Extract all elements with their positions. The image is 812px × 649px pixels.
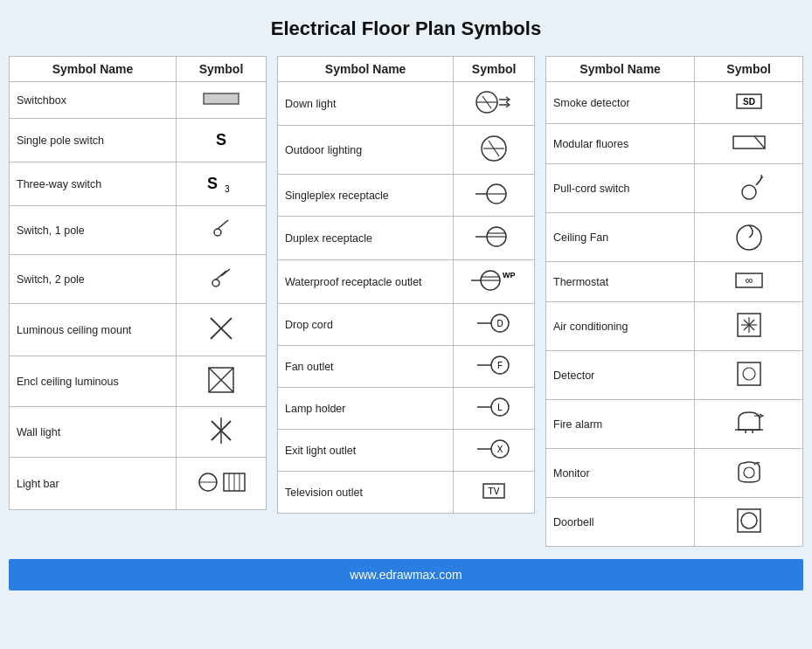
table-row: Monitor bbox=[546, 449, 803, 498]
symbol-waterproof-receptacle: WP bbox=[454, 260, 535, 304]
table-row: Wall light bbox=[10, 407, 267, 458]
symbol-air-conditioning bbox=[695, 302, 803, 351]
table-row: Air conditioning bbox=[546, 302, 803, 351]
table1-header-symbol: Symbol bbox=[176, 57, 266, 82]
table2-header-symbol: Symbol bbox=[454, 57, 535, 82]
table3-header-name: Symbol Name bbox=[546, 57, 695, 82]
symbol-fan-outlet: F bbox=[454, 346, 535, 388]
table-row: Luminous ceiling mount bbox=[10, 304, 267, 356]
table-row: Thermostat ∞ bbox=[546, 262, 803, 302]
table-row: Duplex receptacle bbox=[278, 217, 535, 260]
svg-line-5 bbox=[218, 220, 228, 229]
svg-text:L: L bbox=[497, 403, 503, 412]
row-name: Doorbell bbox=[546, 498, 695, 547]
svg-line-8 bbox=[221, 269, 230, 276]
table-row: Encl ceiling luminous bbox=[10, 356, 267, 407]
table-row: Pull-cord switch bbox=[546, 164, 803, 213]
table-row: Down light bbox=[278, 82, 535, 126]
row-name: Waterproof receptacle outlet bbox=[278, 260, 454, 304]
table-row: Doorbell bbox=[546, 498, 803, 547]
row-name: Air conditioning bbox=[546, 302, 695, 351]
table-row: Detector bbox=[546, 351, 803, 400]
svg-point-79 bbox=[741, 513, 757, 528]
symbol-thermostat: ∞ bbox=[695, 262, 803, 302]
symbol-encl-ceiling-luminous bbox=[176, 356, 266, 407]
symbol-switch-1-pole bbox=[176, 206, 266, 255]
svg-line-60 bbox=[754, 136, 765, 148]
table2-header-name: Symbol Name bbox=[278, 57, 454, 82]
svg-rect-71 bbox=[738, 362, 760, 385]
symbol-television-outlet: TV bbox=[454, 472, 535, 514]
symbol-detector bbox=[695, 351, 803, 400]
row-name: Single pole switch bbox=[10, 119, 177, 162]
table1-header-name: Symbol Name bbox=[10, 57, 177, 82]
table3-header-symbol: Symbol bbox=[695, 57, 803, 82]
table-row: Fan outlet F bbox=[278, 346, 535, 388]
svg-point-72 bbox=[743, 368, 755, 380]
table-row: Television outlet TV bbox=[278, 472, 535, 514]
row-name: Television outlet bbox=[278, 472, 454, 514]
table-row: Switch, 2 pole bbox=[10, 255, 267, 304]
svg-text:F: F bbox=[497, 361, 503, 370]
svg-point-4 bbox=[214, 229, 221, 236]
row-name: Singleplex receptacle bbox=[278, 175, 454, 217]
table-row: Fire alarm bbox=[546, 400, 803, 449]
symbol-smoke-detector: SD bbox=[695, 82, 803, 124]
svg-point-6 bbox=[212, 280, 219, 287]
row-name: Lamp holder bbox=[278, 388, 454, 430]
row-name: Outdoor lighting bbox=[278, 126, 454, 175]
svg-text:D: D bbox=[496, 319, 503, 328]
table-row: Outdoor lighting bbox=[278, 126, 535, 175]
svg-line-62 bbox=[756, 176, 763, 185]
symbol-modular-fluores bbox=[695, 124, 803, 164]
table-row: Three-way switch S 3 bbox=[10, 162, 267, 206]
row-name: Switch, 1 pole bbox=[10, 206, 177, 255]
row-name: Smoke detector bbox=[546, 82, 695, 124]
tables-container: Symbol Name Symbol Switchbox Single pole… bbox=[9, 56, 803, 547]
row-name: Light bar bbox=[10, 458, 177, 510]
table-2: Symbol Name Symbol Down light bbox=[277, 56, 535, 514]
row-name: Switch, 2 pole bbox=[10, 255, 177, 304]
page-title: Electrical Floor Plan Symbols bbox=[271, 17, 541, 40]
symbol-doorbell bbox=[695, 498, 803, 547]
symbol-exit-light-outlet: X bbox=[454, 430, 535, 472]
svg-point-77 bbox=[744, 467, 754, 478]
row-name: Fan outlet bbox=[278, 346, 454, 388]
symbol-switch-2-pole bbox=[176, 255, 266, 304]
table-row: Single pole switch S bbox=[10, 119, 267, 162]
row-name: Exit light outlet bbox=[278, 430, 454, 472]
table-row: Light bar bbox=[10, 458, 267, 510]
table-row: Waterproof receptacle outlet WP bbox=[278, 260, 535, 304]
table-row: Drop cord D bbox=[278, 304, 535, 346]
row-name: Fire alarm bbox=[546, 400, 695, 449]
svg-text:SD: SD bbox=[743, 97, 755, 107]
svg-rect-0 bbox=[204, 93, 239, 104]
table-row: Modular fluores bbox=[546, 124, 803, 164]
svg-text:S: S bbox=[207, 175, 218, 192]
row-name: Encl ceiling luminous bbox=[10, 356, 177, 407]
symbol-wall-light bbox=[176, 407, 266, 458]
symbol-outdoor-lighting bbox=[454, 126, 535, 175]
svg-text:S: S bbox=[216, 131, 226, 148]
svg-text:∞: ∞ bbox=[745, 274, 753, 287]
svg-text:WP: WP bbox=[503, 271, 516, 280]
table-row: Switch, 1 pole bbox=[10, 206, 267, 255]
table-row: Smoke detector SD bbox=[546, 82, 803, 124]
table-row: Singleplex receptacle bbox=[278, 175, 535, 217]
symbol-switchbox bbox=[176, 82, 266, 119]
table-1: Symbol Name Symbol Switchbox Single pole… bbox=[9, 56, 267, 510]
row-name: Luminous ceiling mount bbox=[10, 304, 177, 356]
symbol-lamp-holder: L bbox=[454, 388, 535, 430]
row-name: Duplex receptacle bbox=[278, 217, 454, 260]
row-name: Pull-cord switch bbox=[546, 164, 695, 213]
symbol-singleplex-receptacle bbox=[454, 175, 535, 217]
symbol-single-pole-switch: S bbox=[176, 119, 266, 162]
svg-text:3: 3 bbox=[225, 184, 230, 194]
symbol-duplex-receptacle bbox=[454, 217, 535, 260]
row-name: Ceiling Fan bbox=[546, 213, 695, 262]
row-name: Switchbox bbox=[10, 82, 177, 119]
symbol-monitor bbox=[695, 449, 803, 498]
row-name: Down light bbox=[278, 82, 454, 126]
row-name: Monitor bbox=[546, 449, 695, 498]
row-name: Drop cord bbox=[278, 304, 454, 346]
